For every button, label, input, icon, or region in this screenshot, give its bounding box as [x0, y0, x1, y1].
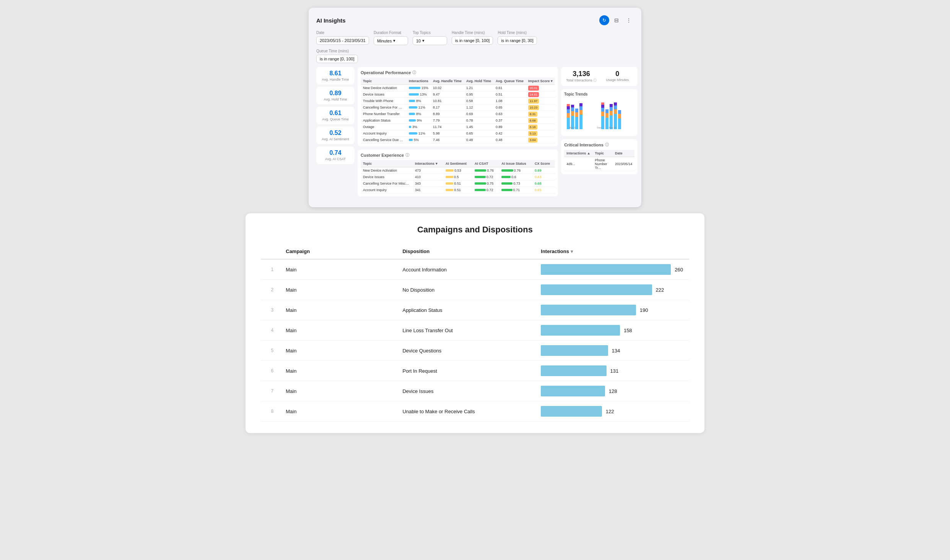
op-interactions-cell: 13%: [407, 91, 431, 98]
main-content-grid: 8.61 Avg. Handle Time 0.89 Avg. Hold Tim…: [316, 67, 634, 196]
interaction-bar: [541, 365, 606, 376]
filter-button[interactable]: ⊟: [612, 15, 621, 25]
date-filter-group: Date 2023/05/15 - 2023/05/31: [316, 31, 369, 45]
table-row: 7 Main Device Issues 128: [261, 381, 689, 401]
hold-filter-input[interactable]: is in range [0, 30]: [498, 36, 537, 45]
svg-rect-7: [571, 107, 574, 111]
cx-topic-cell: Account Inquiry: [361, 187, 413, 193]
op-handle-header: Avg. Handle Time: [431, 78, 464, 85]
critical-table: Interactions ▲ Topic Date 4d9... Phone N…: [564, 150, 634, 171]
op-interactions-cell: 5%: [407, 137, 431, 143]
topics-filter-value: 10: [416, 39, 421, 43]
disposition-cell: Unable to Make or Receive Calls: [396, 401, 535, 422]
queue-time-label: Avg. Queue Time: [320, 117, 351, 121]
queue-filter-label: Queue Time (mins): [316, 49, 358, 53]
more-button[interactable]: ⋮: [624, 15, 634, 25]
op-hold-cell: 1.21: [464, 85, 493, 91]
campaign-name-cell: Main: [280, 300, 396, 320]
svg-rect-18: [601, 108, 604, 112]
hold-filter-value: is in range [0, 30]: [501, 38, 533, 43]
totals-card: 3,136 Total Interactions ⓘ 0 Usage Minut…: [561, 67, 638, 86]
queue-filter-input[interactable]: is in range [0, 100]: [316, 55, 358, 63]
cx-score-cell: 0.69: [532, 167, 555, 174]
interaction-bar: [541, 284, 652, 295]
topic-trends-card: Topic Trends: [561, 89, 638, 136]
op-queue-cell: 0.61: [493, 85, 526, 91]
op-topic-cell: New Device Activation: [361, 85, 407, 91]
duration-filter-input[interactable]: Minutes ▾: [374, 36, 408, 45]
topics-chevron-icon: ▾: [422, 38, 425, 43]
interaction-count: 128: [609, 388, 617, 394]
impact-sort-icon[interactable]: ▾: [551, 79, 553, 83]
handle-filter-input[interactable]: is in range [0, 100]: [452, 36, 493, 45]
op-impact-cell: 5.13: [526, 130, 555, 137]
hold-time-label: Avg. Hold Time: [320, 97, 351, 101]
filters-row: Date 2023/05/15 - 2023/05/31 Duration Fo…: [316, 31, 634, 45]
op-interactions-header: Interactions: [407, 78, 431, 85]
table-row: 4d9... Phone Number Tr... 2023/05/14: [564, 157, 634, 171]
op-handle-cell: 8.89: [431, 111, 464, 117]
table-row: New Device Activation 473 0.53 0.76 0.76…: [361, 167, 555, 174]
op-queue-cell: 0.51: [493, 91, 526, 98]
table-row: Account Inquiry 341 0.51 0.72 0.71 0.65: [361, 187, 555, 193]
row-number-cell: 6: [261, 361, 280, 381]
interactions-sort-icon[interactable]: ▾: [571, 249, 573, 254]
trend-chart-container: May 22 May 29 Date: [564, 99, 634, 133]
cx-interactions-header: Interactions ▾: [413, 160, 443, 167]
op-topic-cell: Application Status: [361, 117, 407, 124]
cx-sentiment-cell: 0.51: [443, 187, 472, 193]
campaign-header: Campaign: [280, 244, 396, 259]
interaction-count: 131: [610, 368, 619, 374]
op-queue-cell: 0.65: [493, 104, 526, 111]
interaction-bar: [541, 325, 620, 336]
table-row: Outage 3% 11.74 1.45 0.89 6.16: [361, 124, 555, 130]
campaign-name-cell: Main: [280, 259, 396, 280]
refresh-button[interactable]: ↻: [599, 15, 609, 25]
disposition-cell: Line Loss Transfer Out: [396, 320, 535, 341]
topics-filter-input[interactable]: 10 ▾: [413, 36, 447, 45]
cx-csat-header: AI CSAT: [472, 160, 499, 167]
interactions-bar-cell: 134: [535, 341, 689, 361]
right-content: 3,136 Total Interactions ⓘ 0 Usage Minut…: [561, 67, 638, 196]
op-handle-cell: 10.81: [431, 98, 464, 104]
svg-rect-27: [610, 104, 613, 107]
op-handle-cell: 11.74: [431, 124, 464, 130]
interactions-bar-cell: 131: [535, 361, 689, 381]
cx-table: Topic Interactions ▾ AI Sentiment AI CSA…: [361, 160, 555, 193]
row-number-cell: 8: [261, 401, 280, 422]
panel-title: AI Insights: [316, 17, 346, 24]
table-row: 3 Main Application Status 190: [261, 300, 689, 320]
topic-trends-title: Topic Trends: [564, 92, 634, 96]
cx-title: Customer Experience ⓘ: [361, 153, 555, 158]
critical-sort-icon[interactable]: ▲: [587, 151, 590, 155]
op-hold-cell: 1.45: [464, 124, 493, 130]
csat-value: 0.74: [320, 149, 351, 156]
cx-issue-header: AI Issue Status: [499, 160, 532, 167]
duration-filter-value: Minutes: [377, 39, 392, 43]
svg-rect-29: [614, 109, 617, 114]
op-impact-cell: 10.23: [526, 104, 555, 111]
row-number-cell: 2: [261, 280, 280, 300]
op-interactions-cell: 9%: [407, 117, 431, 124]
table-row: New Device Activation 15% 10.02 1.21 0.6…: [361, 85, 555, 91]
op-impact-cell: 6.68: [526, 117, 555, 124]
disposition-cell: Device Questions: [396, 341, 535, 361]
campaigns-section: Campaigns and Dispositions Campaign Disp…: [246, 213, 704, 433]
op-queue-cell: 1.08: [493, 98, 526, 104]
critical-date-header: Date: [613, 150, 634, 157]
date-filter-value: 2023/05/15 - 2023/05/31: [320, 38, 366, 43]
cx-info-icon: ⓘ: [405, 153, 409, 158]
interaction-count: 134: [612, 348, 620, 354]
cx-sort-icon[interactable]: ▾: [436, 162, 438, 166]
table-row: 2 Main No Disposition 222: [261, 280, 689, 300]
row-number-cell: 4: [261, 320, 280, 341]
campaigns-title: Campaigns and Dispositions: [261, 225, 689, 235]
date-filter-input[interactable]: 2023/05/15 - 2023/05/31: [316, 36, 369, 45]
op-hold-header: Avg. Hold Time: [464, 78, 493, 85]
row-number-cell: 1: [261, 259, 280, 280]
op-interactions-cell: 8%: [407, 98, 431, 104]
op-hold-cell: 0.78: [464, 117, 493, 124]
cx-score-header: CX Score: [532, 160, 555, 167]
svg-rect-23: [605, 109, 608, 113]
critical-interactions-card: Critical Interactions ⓘ Interactions ▲ T…: [561, 139, 638, 174]
